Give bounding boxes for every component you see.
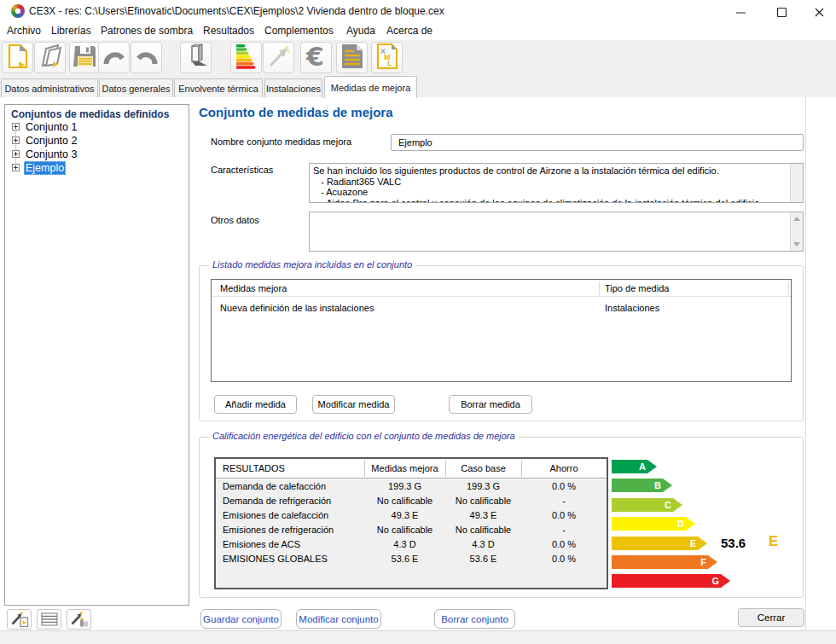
xml-export-icon: XML	[376, 44, 398, 73]
menu-ayuda[interactable]: Ayuda	[346, 25, 375, 37]
results-header-cell: Ahorro	[521, 463, 607, 473]
result-ahorro: 0.0 %	[521, 552, 607, 566]
rating-arrow-letter: C	[665, 498, 671, 512]
menu-librerias[interactable]: Librerías	[51, 25, 91, 37]
menu-archivo[interactable]: Archivo	[7, 25, 41, 37]
tab-datos-administrativos[interactable]: Datos administrativos	[1, 78, 98, 97]
chart-3d-button[interactable]	[180, 42, 212, 73]
result-caso-base: 199.3 G	[445, 479, 521, 494]
rating-letter: E	[769, 533, 778, 550]
close-icon[interactable]	[814, 6, 825, 17]
menu-patrones-de-sombra[interactable]: Patrones de sombra	[101, 25, 193, 37]
result-ahorro: 0.0 %	[521, 479, 607, 494]
result-medidas-mejora: 4.3 D	[364, 537, 445, 552]
energy-label-icon	[235, 44, 258, 73]
tab-instalaciones[interactable]: Instalaciones	[264, 78, 322, 97]
svg-text:€: €	[305, 44, 324, 69]
otros-datos-scrollbar[interactable]	[790, 212, 803, 251]
tab-datos-generales[interactable]: Datos generales	[99, 78, 173, 97]
tree-item-label[interactable]: Conjunto 3	[24, 148, 78, 161]
open-file-button[interactable]	[34, 42, 66, 73]
borrar-medida-button[interactable]: Borrar medida	[449, 395, 532, 414]
measures-table[interactable]: Medidas mejora Tipo de medida Nueva defi…	[211, 279, 792, 382]
measure-sets-panel: Conjuntos de medidas definidos Conjunto …	[4, 104, 189, 606]
column-header[interactable]: Tipo de medida	[605, 283, 669, 293]
page-title: Conjunto de medidas de mejora	[199, 105, 393, 119]
toolbar: A€XML	[0, 40, 836, 75]
cost-euro-button[interactable]: €	[300, 42, 332, 73]
column-separator	[445, 461, 446, 477]
menu-complementos[interactable]: Complementos	[264, 25, 334, 37]
results-header-cell: Medidas mejora	[364, 463, 445, 473]
expand-icon[interactable]	[12, 136, 20, 144]
nombre-conjunto-input[interactable]	[391, 134, 804, 151]
rating-groupbox: Calificación energética del edificio con…	[199, 437, 804, 598]
modificar-medida-button[interactable]: Modificar medida	[312, 395, 395, 414]
tree-item-conjunto-3[interactable]: Conjunto 3	[5, 148, 189, 161]
modificar-conjunto-button[interactable]: Modificar conjunto	[296, 609, 381, 629]
menu-resultados[interactable]: Resultados	[203, 25, 254, 37]
improve-rating-button[interactable]: A	[263, 42, 294, 73]
tree-item-label[interactable]: Conjunto 2	[24, 134, 78, 148]
tree-item-ejemplo[interactable]: Ejemplo	[5, 161, 189, 175]
measures-table-header: Medidas mejora Tipo de medida	[212, 280, 791, 297]
caracteristicas-scrollbar[interactable]	[790, 164, 803, 202]
new-file-icon	[6, 44, 30, 73]
xml-export-button[interactable]: XML	[371, 42, 403, 73]
apply-building-button[interactable]	[67, 609, 91, 629]
anadir-medida-button[interactable]: Añadir medida	[214, 395, 297, 414]
rating-arrow-d: D	[612, 517, 695, 531]
tab-medidas-de-mejora[interactable]: Medidas de mejora	[324, 76, 417, 98]
cerrar-button[interactable]: Cerrar	[738, 608, 804, 627]
tab-page-border	[805, 97, 806, 630]
list-icon	[41, 612, 58, 626]
otros-datos-textarea[interactable]	[309, 212, 804, 252]
expand-icon[interactable]	[12, 123, 20, 131]
results-row: Emisiones de calefacción49.3 E49.3 E0.0 …	[216, 508, 607, 523]
scroll-up-icon[interactable]	[793, 217, 800, 221]
panel-title: Conjuntos de medidas definidos	[11, 108, 169, 120]
result-medidas-mejora: 53.6 E	[364, 552, 445, 566]
maximize-icon[interactable]	[776, 6, 787, 17]
column-header[interactable]: Medidas mejora	[220, 283, 287, 293]
tree-item-conjunto-1[interactable]: Conjunto 1	[5, 120, 189, 134]
results-table: RESULTADOS Medidas mejora Caso base Ahor…	[214, 457, 608, 589]
scroll-down-icon[interactable]	[793, 242, 800, 247]
open-file-icon	[38, 44, 63, 73]
result-caso-base: 49.3 E	[445, 508, 521, 523]
energy-label-button[interactable]	[230, 42, 262, 73]
otros-datos-label: Otros datos	[211, 215, 259, 225]
tree-item-label[interactable]: Conjunto 1	[24, 120, 78, 134]
export-measure-button[interactable]	[7, 609, 32, 629]
minimize-icon[interactable]	[735, 6, 746, 17]
result-caso-base: 4.3 D	[445, 537, 521, 552]
groupbox-title: Listado medidas mejora incluidas en el c…	[209, 259, 415, 270]
new-file-button[interactable]	[2, 42, 33, 73]
expand-icon[interactable]	[12, 164, 20, 171]
redo-button[interactable]	[131, 42, 162, 73]
guardar-conjunto-button[interactable]: Guardar conjunto	[200, 609, 282, 629]
result-ahorro: 0.0 %	[521, 508, 607, 523]
rating-arrow-g: G	[612, 574, 730, 588]
report-button[interactable]	[336, 42, 368, 73]
result-caso-base: 53.6 E	[445, 552, 521, 566]
column-separator	[599, 281, 600, 295]
window-title: CE3X - res: C:\Users\Efinovatic\Document…	[29, 5, 444, 17]
measures-list-groupbox: Listado medidas mejora incluidas en el c…	[199, 265, 804, 421]
result-label: Emisiones de calefacción	[223, 508, 359, 523]
list-measures-button[interactable]	[37, 609, 61, 629]
undo-button[interactable]	[98, 42, 130, 73]
expand-icon[interactable]	[12, 150, 20, 158]
app-logo-icon	[11, 4, 25, 18]
rating-arrow-letter: F	[700, 555, 706, 569]
tab-envolvente-termica[interactable]: Envolvente térmica	[174, 78, 263, 97]
tree-item-label[interactable]: Ejemplo	[24, 161, 66, 175]
result-caso-base: No calificable	[445, 523, 521, 537]
borrar-conjunto-button[interactable]: Borrar conjunto	[434, 609, 515, 629]
menu-acerca-de[interactable]: Acerca de	[386, 25, 433, 37]
save-button[interactable]	[69, 42, 101, 73]
cost-euro-icon: €	[305, 44, 328, 73]
caracteristicas-textarea[interactable]: Se han incluido los siguientes productos…	[309, 163, 804, 203]
tree-item-conjunto-2[interactable]: Conjunto 2	[5, 134, 189, 148]
result-label: Emisiones de refrigeración	[223, 523, 359, 537]
